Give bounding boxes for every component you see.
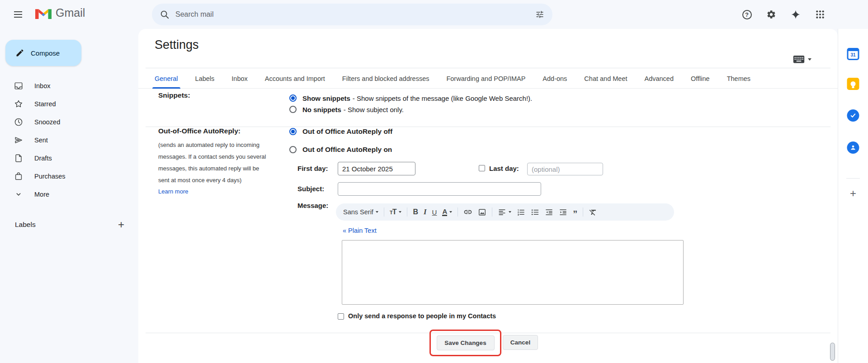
tab-forwarding-and-pop-imap[interactable]: Forwarding and POP/IMAP <box>438 69 534 89</box>
sidebar-nav: Inbox Starred Snoozed Sent Drafts Purcha… <box>0 77 138 203</box>
labels-header: Labels <box>15 221 36 229</box>
autoreply-section-label: Out-of-Office AutoReply: <box>158 127 241 135</box>
numbered-list-icon[interactable] <box>517 208 525 217</box>
tab-filters-and-blocked-addresses[interactable]: Filters and blocked addresses <box>334 69 438 89</box>
help-icon[interactable]: ? <box>738 5 756 24</box>
sidebar-item-drafts[interactable]: Drafts <box>0 149 138 167</box>
subject-label: Subject: <box>297 185 324 193</box>
quote-icon[interactable]: ” <box>573 208 577 216</box>
top-bar: Gmail ? <box>0 0 868 29</box>
get-addons-plus-icon[interactable]: + <box>850 188 856 199</box>
message-textarea[interactable] <box>342 240 684 305</box>
tab-advanced[interactable]: Advanced <box>636 69 682 89</box>
topbar-actions: ? <box>738 5 829 24</box>
autoreply-off-radio[interactable] <box>289 128 297 135</box>
apps-grid-icon[interactable] <box>811 5 829 24</box>
search-input[interactable] <box>174 10 531 19</box>
keyboard-icon <box>793 55 805 64</box>
autoreply-on-option[interactable]: Out of Office AutoReply on <box>289 145 392 155</box>
page-title: Settings <box>155 38 199 52</box>
scrollbar-thumb[interactable] <box>830 343 835 361</box>
italic-icon[interactable]: I <box>424 207 427 217</box>
bulleted-list-icon[interactable] <box>531 208 539 217</box>
save-changes-button[interactable]: Save Changes <box>437 335 495 350</box>
gmail-logo[interactable]: Gmail <box>35 6 85 19</box>
indent-less-icon[interactable] <box>545 208 553 217</box>
first-day-input[interactable] <box>338 162 415 175</box>
autoreply-on-radio[interactable] <box>289 146 297 153</box>
gemini-sparkle-icon[interactable] <box>787 5 805 24</box>
font-family-caret-icon <box>376 211 378 214</box>
search-icon[interactable] <box>156 5 174 24</box>
calendar-icon[interactable]: 31 <box>847 48 859 60</box>
side-panel-divider <box>846 178 860 179</box>
plain-text-link[interactable]: « Plain Text <box>343 227 377 234</box>
tab-themes[interactable]: Themes <box>718 69 759 89</box>
create-label-plus-icon[interactable]: + <box>114 217 128 232</box>
tab-labels[interactable]: Labels <box>187 69 223 89</box>
compose-button[interactable]: Compose <box>5 40 81 66</box>
underline-icon[interactable]: U <box>432 208 437 216</box>
cancel-button[interactable]: Cancel <box>503 335 538 350</box>
subject-input[interactable] <box>338 182 541 196</box>
contacts-icon[interactable] <box>847 141 859 154</box>
align-caret-icon <box>509 211 511 214</box>
main-menu-icon[interactable] <box>11 7 25 22</box>
search-options-icon[interactable] <box>531 5 549 24</box>
sidebar-item-starred[interactable]: Starred <box>0 95 138 113</box>
annotation-highlight: Save Changes <box>429 330 501 356</box>
sidebar-item-snoozed[interactable]: Snoozed <box>0 113 138 131</box>
pencil-icon <box>15 48 24 57</box>
show-snippets-option[interactable]: Show snippets- Show snippets of the mess… <box>289 93 532 103</box>
no-snippets-option[interactable]: No snippets- Show subject only. <box>289 104 404 114</box>
autoreply-off-option[interactable]: Out of Office AutoReply off <box>289 127 392 137</box>
star-icon <box>14 99 24 109</box>
show-snippets-radio[interactable] <box>289 94 297 102</box>
align-button[interactable] <box>498 208 511 217</box>
remove-formatting-icon[interactable] <box>589 208 597 217</box>
contacts-only-label[interactable]: Only send a response to people in my Con… <box>348 312 496 320</box>
indent-more-icon[interactable] <box>559 208 567 217</box>
tab-offline[interactable]: Offline <box>682 69 718 89</box>
tab-accounts-and-import[interactable]: Accounts and Import <box>256 69 334 89</box>
autoreply-description: (sends an automated reply to incoming me… <box>158 139 294 186</box>
labels-header-row: Labels + <box>0 215 138 234</box>
font-size-caret-icon <box>399 211 401 214</box>
shopping-bag-icon <box>14 171 24 181</box>
input-tools-caret-icon <box>808 58 811 62</box>
learn-more-link[interactable]: Learn more <box>158 188 188 195</box>
contacts-only-checkbox[interactable] <box>338 313 344 320</box>
tab-add-ons[interactable]: Add-ons <box>534 69 576 89</box>
settings-tabs: General Labels Inbox Accounts and Import… <box>138 69 838 89</box>
last-day-checkbox[interactable] <box>479 165 485 171</box>
compose-label: Compose <box>31 49 60 57</box>
sidebar-item-inbox[interactable]: Inbox <box>0 77 138 95</box>
bold-icon[interactable]: B <box>413 208 418 216</box>
font-family-select[interactable]: Sans Serif <box>343 208 378 216</box>
tasks-icon[interactable] <box>847 109 859 122</box>
insert-link-icon[interactable] <box>463 207 472 217</box>
first-day-label: First day: <box>297 165 328 172</box>
tab-inbox[interactable]: Inbox <box>223 69 256 89</box>
tab-chat-and-meet[interactable]: Chat and Meet <box>576 69 636 89</box>
inbox-icon <box>14 81 24 91</box>
last-day-input[interactable] <box>527 163 603 175</box>
clock-icon <box>14 117 24 127</box>
insert-image-icon[interactable] <box>478 208 486 217</box>
search-bar[interactable] <box>152 4 552 25</box>
sidebar-item-purchases[interactable]: Purchases <box>0 167 138 185</box>
send-icon <box>14 135 24 145</box>
font-size-button[interactable]: TT <box>390 208 402 216</box>
sidebar-item-sent[interactable]: Sent <box>0 131 138 149</box>
section-divider <box>146 127 830 127</box>
no-snippets-radio[interactable] <box>289 106 297 113</box>
sidebar-item-more[interactable]: More <box>0 185 138 203</box>
keep-icon[interactable] <box>847 78 859 90</box>
last-day-label: Last day: <box>489 165 519 172</box>
left-sidebar: Compose Inbox Starred Snoozed Sent Draft… <box>0 29 138 363</box>
text-color-button[interactable]: A <box>442 208 452 217</box>
settings-gear-icon[interactable] <box>762 5 780 24</box>
message-label: Message: <box>297 202 328 209</box>
input-tools-control[interactable] <box>793 55 811 64</box>
tab-general[interactable]: General <box>146 69 187 89</box>
